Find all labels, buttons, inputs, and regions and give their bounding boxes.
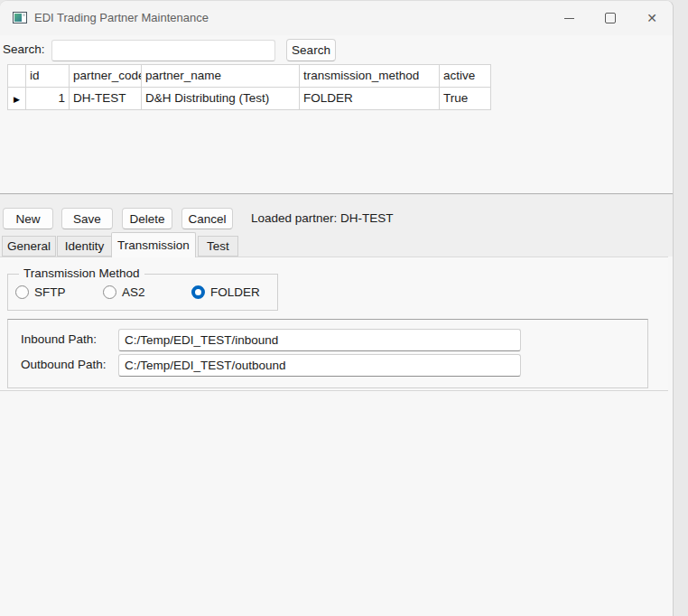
column-header-partner-name[interactable]: partner_name [142,65,300,88]
inbound-path-input[interactable] [118,329,521,351]
title-bar[interactable]: EDI Trading Partner Maintenance ✕ [0,1,673,35]
table-row[interactable]: ▶ 1 DH-TEST D&H Distributing (Test) FOLD… [8,88,491,110]
radio-folder[interactable]: FOLDER [191,285,260,299]
minimize-icon [564,18,574,19]
app-window: EDI Trading Partner Maintenance ✕ Search… [0,0,674,616]
tab-general[interactable]: General [2,236,56,257]
search-input[interactable] [51,40,275,61]
outbound-path-label: Outbound Path: [21,358,107,371]
close-button[interactable]: ✕ [631,1,673,35]
maximize-icon [605,13,616,23]
radio-sftp[interactable]: SFTP [15,285,66,299]
window-controls: ✕ [548,1,673,35]
column-header-active[interactable]: active [440,65,491,88]
current-row-arrow-icon: ▶ [14,95,20,104]
cell-id[interactable]: 1 [26,88,70,110]
radio-as2-label: AS2 [122,285,145,299]
groupbox-label: Transmission Method [19,266,144,280]
search-button[interactable]: Search [286,39,336,61]
tab-test[interactable]: Test [198,236,238,257]
tab-identity[interactable]: Identity [57,236,112,257]
transmission-tab-page: Transmission Method SFTP AS2 FOLDER Inbo… [0,257,668,391]
cancel-button[interactable]: Cancel [181,208,233,229]
loaded-partner-status: Loaded partner: DH-TEST [251,211,394,225]
cell-partner-code[interactable]: DH-TEST [70,88,142,110]
radio-folder-label: FOLDER [210,285,260,299]
radio-sftp-label: SFTP [34,285,66,299]
cell-transmission-method[interactable]: FOLDER [300,88,440,110]
cell-active[interactable]: True [440,88,491,110]
column-header-partner-code[interactable]: partner_code [70,65,142,88]
grid-header-row: id partner_code partner_name transmissio… [8,65,491,88]
minimize-button[interactable] [548,1,590,35]
window-title: EDI Trading Partner Maintenance [34,1,209,35]
radio-as2[interactable]: AS2 [103,285,145,299]
radio-unchecked-icon [103,285,116,299]
row-header-cell [8,65,26,88]
inbound-path-label: Inbound Path: [21,332,97,346]
column-header-transmission-method[interactable]: transmission_method [300,65,440,88]
folder-paths-panel: Inbound Path: Outbound Path: [7,319,648,388]
app-icon [13,12,27,23]
tab-transmission[interactable]: Transmission [111,232,196,257]
maximize-button[interactable] [590,1,631,35]
close-icon: ✕ [646,12,657,24]
delete-button[interactable]: Delete [122,208,172,229]
search-label: Search: [3,42,45,56]
new-button[interactable]: New [3,208,53,229]
transmission-method-groupbox: Transmission Method SFTP AS2 FOLDER [7,274,278,311]
current-row-indicator: ▶ [8,88,26,110]
radio-unchecked-icon [15,285,29,299]
save-button[interactable]: Save [61,208,113,229]
radio-checked-icon [191,285,205,299]
cell-partner-name[interactable]: D&H Distributing (Test) [142,88,300,110]
column-header-id[interactable]: id [26,65,70,88]
partner-grid[interactable]: id partner_code partner_name transmissio… [7,64,491,110]
outbound-path-input[interactable] [118,354,521,377]
